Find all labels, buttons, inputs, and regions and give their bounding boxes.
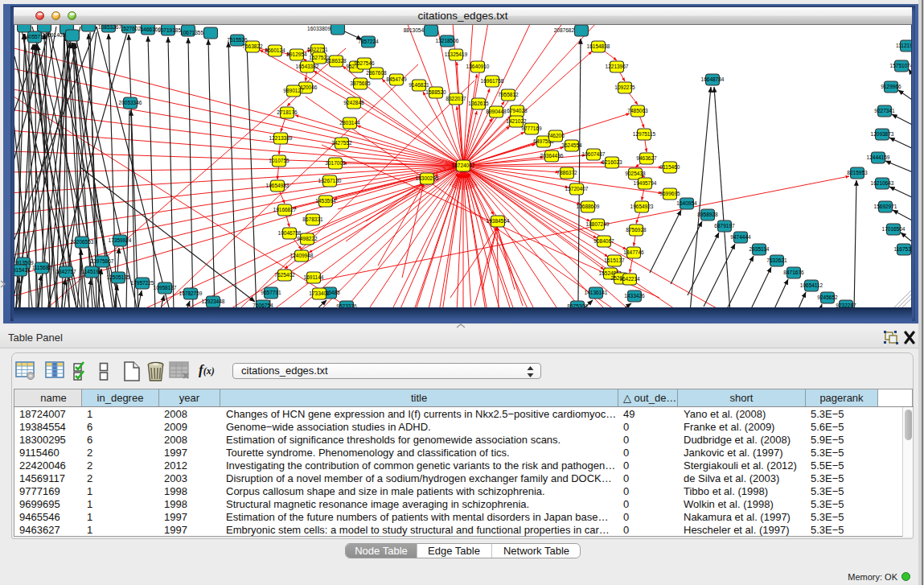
svg-text:16154838: 16154838 — [587, 43, 610, 49]
svg-text:1342757: 1342757 — [55, 269, 76, 274]
svg-text:1092275: 1092275 — [614, 84, 635, 90]
svg-text:11121970: 11121970 — [896, 43, 912, 48]
svg-text:1421022: 1421022 — [506, 118, 527, 124]
svg-text:18300295: 18300295 — [416, 175, 439, 181]
svg-text:17957225: 17957225 — [131, 280, 154, 286]
svg-text:11325419: 11325419 — [445, 51, 468, 57]
svg-text:1145194: 1145194 — [82, 269, 102, 274]
svg-text:19495794: 19495794 — [634, 180, 657, 186]
svg-text:19166827: 19166827 — [273, 207, 297, 212]
svg-text:19654923: 19654923 — [630, 204, 654, 209]
svg-text:15720407: 15720407 — [565, 186, 589, 192]
svg-text:3915414: 3915414 — [14, 267, 31, 273]
svg-text:1362615: 1362615 — [468, 101, 489, 106]
svg-text:9890127: 9890127 — [283, 88, 304, 93]
svg-text:10958137: 10958137 — [154, 285, 177, 290]
svg-text:1167533: 1167533 — [894, 246, 912, 252]
svg-text:5322751: 5322751 — [307, 47, 328, 52]
svg-text:12975115: 12975115 — [633, 131, 656, 137]
svg-text:7625402: 7625402 — [274, 272, 295, 278]
svg-text:8912954: 8912954 — [286, 51, 307, 57]
svg-text:9498222: 9498222 — [297, 236, 318, 241]
svg-text:8756928: 8756928 — [626, 227, 647, 233]
svg-text:1691144: 1691144 — [304, 274, 324, 280]
svg-text:13267130: 13267130 — [318, 178, 342, 183]
svg-text:3624554: 3624554 — [561, 142, 582, 148]
svg-text:10719185: 10719185 — [158, 27, 181, 33]
svg-text:10654112: 10654112 — [800, 282, 823, 288]
svg-text:16648784: 16648784 — [701, 76, 725, 82]
svg-text:17016504: 17016504 — [882, 226, 906, 232]
svg-text:6216023: 6216023 — [602, 159, 622, 165]
svg-text:20364436: 20364436 — [540, 153, 564, 159]
svg-text:19654983: 19654983 — [266, 183, 290, 188]
svg-text:12923448: 12923448 — [202, 299, 225, 304]
svg-text:1847746: 1847746 — [623, 249, 644, 255]
svg-text:8322037: 8322037 — [446, 96, 466, 101]
svg-text:1010755: 1010755 — [269, 158, 290, 163]
svg-text:8186328: 8186328 — [326, 58, 347, 64]
svg-text:6879197: 6879197 — [714, 223, 735, 229]
svg-text:16543382: 16543382 — [296, 64, 319, 69]
svg-text:9025438: 9025438 — [625, 171, 646, 176]
svg-text:10671355: 10671355 — [180, 30, 203, 35]
svg-text:9129966: 9129966 — [881, 84, 901, 89]
svg-text:18724007: 18724007 — [452, 163, 475, 168]
svg-text:8990448: 8990448 — [486, 109, 507, 114]
svg-text:3875685: 3875685 — [350, 80, 371, 86]
svg-text:7955812: 7955812 — [498, 92, 519, 97]
svg-text:20206553: 20206553 — [71, 239, 94, 245]
svg-text:2087682: 2087682 — [554, 27, 575, 33]
svg-text:8660124: 8660124 — [265, 47, 285, 53]
svg-text:16033809: 16033809 — [307, 26, 331, 31]
svg-text:1527602: 1527602 — [121, 26, 142, 31]
svg-text:20053346: 20053346 — [119, 100, 142, 105]
svg-text:7632621: 7632621 — [766, 257, 787, 263]
svg-text:17359924: 17359924 — [109, 237, 132, 243]
svg-text:8215953: 8215953 — [847, 170, 868, 175]
svg-text:16210643: 16210643 — [871, 180, 894, 186]
svg-text:13640910: 13640910 — [466, 64, 490, 69]
svg-text:12213389: 12213389 — [269, 135, 293, 141]
svg-text:1588520: 1588520 — [425, 89, 446, 95]
svg-text:9115460: 9115460 — [660, 164, 680, 170]
svg-text:12444159: 12444159 — [867, 154, 890, 160]
svg-text:10688609: 10688609 — [577, 204, 600, 209]
svg-text:2867608: 2867608 — [366, 70, 387, 76]
svg-text:7663822: 7663822 — [242, 43, 263, 49]
svg-text:1433426: 1433426 — [624, 293, 645, 299]
svg-text:9245652: 9245652 — [817, 295, 838, 300]
svg-text:8454749: 8454749 — [386, 76, 407, 82]
svg-text:6794028: 6794028 — [507, 108, 528, 113]
svg-text:1640954: 1640954 — [676, 200, 697, 206]
svg-text:18807249: 18807249 — [586, 221, 610, 227]
svg-text:15751074: 15751074 — [890, 63, 912, 68]
svg-text:9084067: 9084067 — [593, 238, 614, 244]
svg-text:15692971: 15692971 — [874, 204, 897, 209]
svg-text:9642214: 9642214 — [619, 276, 640, 282]
svg-text:9146821: 9146821 — [409, 82, 429, 88]
svg-text:7857224: 7857224 — [358, 39, 379, 44]
svg-text:8958928: 8958928 — [697, 212, 718, 217]
svg-text:2803144: 2803144 — [339, 120, 360, 126]
svg-text:1733401: 1733401 — [309, 290, 330, 296]
svg-text:1115682: 1115682 — [32, 265, 52, 270]
svg-text:8813054: 8813054 — [404, 27, 425, 33]
svg-text:9657791: 9657791 — [261, 290, 281, 295]
svg-text:9474444: 9474444 — [730, 234, 751, 240]
svg-text:9527546: 9527546 — [354, 60, 375, 66]
svg-text:9777169: 9777169 — [521, 126, 542, 131]
svg-text:1453594: 1453594 — [315, 198, 336, 204]
svg-text:20691406: 20691406 — [42, 32, 65, 38]
svg-text:23975867: 23975867 — [91, 258, 114, 264]
svg-text:12409948: 12409948 — [290, 253, 314, 258]
svg-text:13218506: 13218506 — [436, 38, 459, 43]
svg-text:9242848: 9242848 — [343, 100, 364, 105]
svg-text:16961758: 16961758 — [481, 78, 504, 84]
svg-text:12505135: 12505135 — [107, 274, 130, 280]
svg-text:12093873: 12093873 — [871, 131, 894, 137]
svg-text:1615137: 1615137 — [604, 257, 625, 263]
svg-text:7515526: 7515526 — [227, 37, 248, 43]
svg-text:2935114: 2935114 — [749, 246, 770, 252]
svg-text:7886372: 7886372 — [556, 170, 577, 175]
